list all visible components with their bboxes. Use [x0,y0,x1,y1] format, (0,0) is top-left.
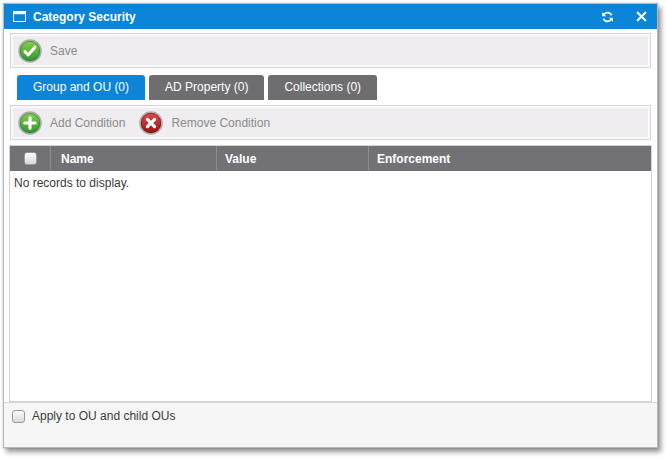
conditions-grid: Name Value Enforcement No records to dis… [9,145,652,402]
add-condition-button[interactable]: Add Condition [18,111,125,135]
apply-to-ou-label[interactable]: Apply to OU and child OUs [32,409,175,423]
save-button-label: Save [50,44,77,58]
close-icon[interactable] [636,11,647,22]
tabstrip: Group and OU (0) AD Property (0) Collect… [17,75,652,100]
tab-ad-property[interactable]: AD Property (0) [149,75,264,100]
refresh-icon[interactable] [600,10,615,24]
remove-condition-label: Remove Condition [171,116,270,130]
window-icon [13,11,26,22]
dialog-content: Save Group and OU (0) AD Property (0) Co… [4,29,657,402]
remove-condition-button[interactable]: Remove Condition [139,111,270,135]
green-check-circle-icon [18,39,42,63]
condition-toolbar: Add Condition Remove Condi [10,105,651,140]
dialog-footer: Apply to OU and child OUs [4,402,657,447]
select-all-checkbox[interactable] [24,152,37,165]
grid-body: No records to display. [10,171,651,401]
save-toolbar: Save [10,33,651,68]
column-header-enforcement[interactable]: Enforcement [369,146,651,171]
save-button[interactable]: Save [18,39,77,63]
grid-header-row: Name Value Enforcement [10,146,651,171]
apply-to-ou-checkbox[interactable] [12,410,25,423]
tab-group-and-ou[interactable]: Group and OU (0) [17,75,145,100]
column-header-value[interactable]: Value [217,146,369,171]
tab-collections[interactable]: Collections (0) [268,75,377,100]
category-security-dialog: Category Security [3,3,658,448]
empty-records-message: No records to display. [14,176,129,190]
column-header-name[interactable]: Name [51,146,217,171]
window-title: Category Security [33,10,136,24]
titlebar: Category Security [4,4,657,29]
red-x-circle-icon [139,111,163,135]
green-plus-circle-icon [18,111,42,135]
add-condition-label: Add Condition [50,116,125,130]
grid-header-select-cell [10,146,51,171]
